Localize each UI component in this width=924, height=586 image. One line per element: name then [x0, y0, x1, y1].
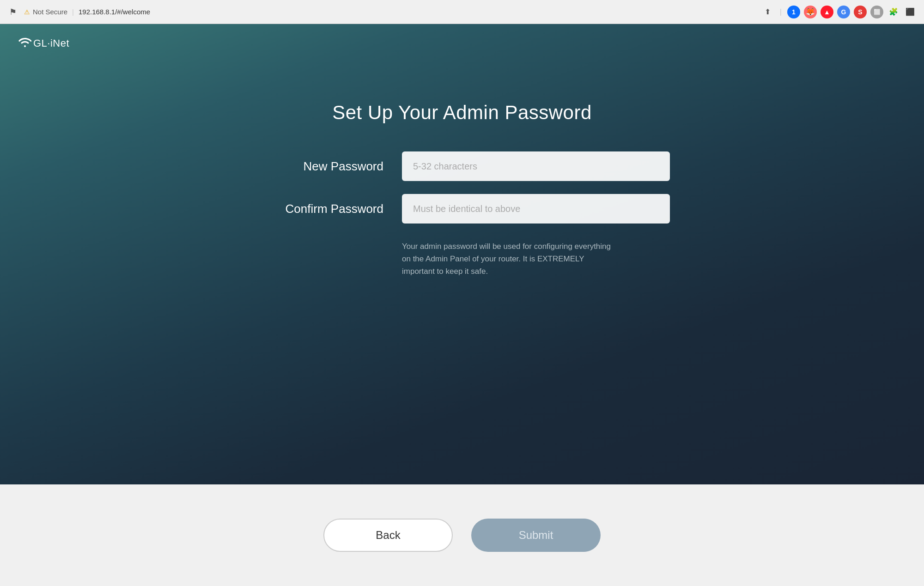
confirm-password-row: Confirm Password — [254, 194, 670, 224]
url-separator: | — [72, 8, 74, 16]
confirm-password-label: Confirm Password — [254, 202, 402, 216]
wifi-icon — [18, 37, 31, 49]
app-container: GL·iNet Set Up Your Admin Password New P… — [0, 24, 924, 586]
share-icon[interactable]: ⬆ — [761, 6, 774, 18]
window-icon[interactable]: ⬛ — [904, 6, 917, 18]
ext-fox-icon[interactable]: 🦊 — [804, 6, 817, 18]
submit-button[interactable]: Submit — [471, 519, 601, 552]
puzzle-icon[interactable]: 🧩 — [887, 6, 900, 18]
url-text[interactable]: 192.168.8.1/#/welcome — [79, 8, 150, 16]
form-container: New Password Confirm Password Your admin… — [254, 151, 670, 278]
security-info: ⚠ Not Secure | 192.168.8.1/#/welcome — [24, 8, 150, 16]
warning-icon: ⚠ — [24, 8, 30, 16]
action-separator: | — [780, 8, 782, 16]
ext-google-icon[interactable]: G — [837, 6, 850, 18]
new-password-label: New Password — [254, 159, 402, 174]
not-secure-text: Not Secure — [33, 8, 67, 16]
ext-opera-icon[interactable]: ▲ — [821, 6, 833, 18]
back-button[interactable]: Back — [323, 519, 453, 552]
logo: GL·iNet — [18, 37, 69, 49]
ext-red-icon[interactable]: S — [854, 6, 867, 18]
confirm-password-input[interactable] — [402, 194, 670, 224]
ext-screen-icon[interactable]: ⬜ — [870, 6, 883, 18]
bookmark-icon[interactable]: ⚑ — [7, 6, 18, 18]
helper-text: Your admin password will be used for con… — [402, 240, 614, 278]
new-password-row: New Password — [254, 151, 670, 181]
logo-text: GL·iNet — [33, 37, 69, 49]
new-password-input[interactable] — [402, 151, 670, 181]
bottom-section: Back Submit — [0, 484, 924, 586]
browser-chrome: ⚑ ⚠ Not Secure | 192.168.8.1/#/welcome ⬆… — [0, 0, 924, 24]
ext-1password-icon[interactable]: 1 — [787, 6, 800, 18]
main-section: GL·iNet Set Up Your Admin Password New P… — [0, 24, 924, 484]
browser-actions: ⬆ | 1 🦊 ▲ G S ⬜ 🧩 ⬛ — [761, 6, 917, 18]
page-title: Set Up Your Admin Password — [332, 102, 592, 124]
